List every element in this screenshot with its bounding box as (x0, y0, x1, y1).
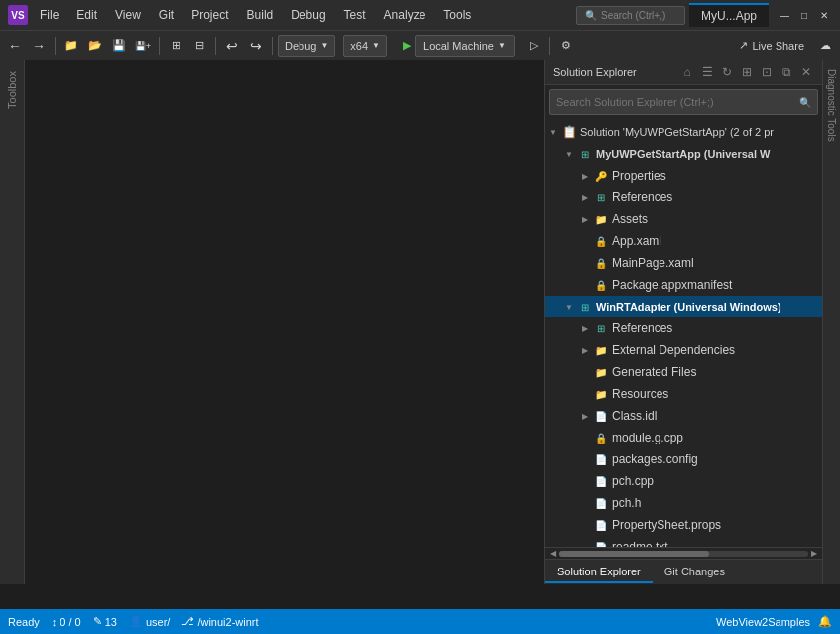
diagnostic-label[interactable]: Diagnostic Tools (824, 63, 839, 148)
menu-analyze[interactable]: Analyze (376, 4, 434, 26)
scroll-right-button[interactable]: ▶ (808, 548, 820, 560)
expand-icon: ▶ (577, 211, 593, 227)
forward-button[interactable]: → (28, 35, 50, 57)
tree-item[interactable]: ▶ ⊞ References (545, 187, 822, 208)
maximize-button[interactable]: □ (796, 7, 812, 23)
tree-item[interactable]: ▼ 📋 Solution 'MyUWPGetStartApp' (2 of 2 … (545, 121, 822, 143)
panel-newwindow-icon[interactable]: ⧉ (779, 64, 794, 80)
chevron-down-icon: ▼ (372, 41, 380, 50)
main-area: Toolbox Solution Explorer ⌂ ☰ ↻ ⊞ ⊡ ⧉ ✕ … (0, 60, 840, 584)
tree-item[interactable]: ▼ ⊞ MyUWPGetStartApp (Universal W (545, 143, 822, 165)
tree-label: WinRTAdapter (Universal Windows) (596, 301, 781, 313)
scroll-thumb[interactable] (559, 551, 709, 557)
tree-item[interactable]: ▶ 📁 Assets (545, 208, 822, 230)
tree-item[interactable]: ▶ 📄 packages.config (545, 448, 822, 470)
toolbar: ← → 📁 📂 💾 💾+ ⊞ ⊟ ↩ ↪ Debug ▼ x64 ▼ ▶ Loc… (0, 30, 840, 60)
editor-area[interactable] (25, 60, 544, 584)
tree-item[interactable]: 📁 Resources (545, 383, 822, 405)
scroll-left-button[interactable]: ◀ (547, 548, 559, 560)
layout-button[interactable]: ⊞ (165, 35, 186, 57)
panel-toolbar-icon[interactable]: ⊞ (739, 64, 755, 80)
h-scrollbar[interactable]: ◀ ▶ (545, 547, 822, 559)
panel-layout-icon[interactable]: ⊡ (759, 64, 775, 80)
panel-home-icon[interactable]: ⌂ (679, 64, 695, 80)
menu-project[interactable]: Project (183, 4, 236, 26)
open-button[interactable]: 📂 (84, 35, 106, 57)
menu-git[interactable]: Git (151, 4, 181, 26)
menu-view[interactable]: View (107, 4, 149, 26)
status-errors[interactable]: ✎ 13 (93, 615, 117, 628)
panel-close-icon[interactable]: ✕ (798, 64, 814, 80)
notification-bell[interactable]: 🔔 (818, 615, 832, 628)
toolbar-sep-3 (215, 37, 216, 55)
toolbox-label[interactable]: Toolbox (4, 67, 20, 113)
file-icon: 📄 (593, 517, 609, 533)
tree-item[interactable]: ▶ 📄 Class.idl (545, 405, 822, 427)
tree-item[interactable]: ▶ 📄 pch.h (545, 492, 822, 514)
file-icon: 📄 (593, 473, 609, 489)
menu-build[interactable]: Build (239, 4, 282, 26)
undo-button[interactable]: ↩ (221, 35, 243, 57)
tree-item[interactable]: ▶ 📁 External Dependencies (545, 339, 822, 361)
settings-button[interactable]: ⚙ (555, 35, 577, 57)
status-user[interactable]: 👤 user/ (129, 615, 170, 628)
run-config-button[interactable]: ▷ (523, 35, 544, 57)
status-ready: Ready (8, 616, 40, 628)
branch-icon: ⎇ (181, 615, 194, 628)
status-branch[interactable]: ⎇ /winui2-winrt (181, 615, 258, 628)
view-button[interactable]: ⊟ (188, 35, 210, 57)
tree-item[interactable]: ▶ 🔒 module.g.cpp (545, 427, 822, 448)
xaml-icon: 🔒 (593, 233, 609, 249)
tree-item[interactable]: ▼ ⊞ WinRTAdapter (Universal Windows) (545, 296, 822, 317)
new-project-button[interactable]: 📁 (60, 35, 82, 57)
scroll-track[interactable] (559, 551, 808, 557)
status-lines[interactable]: ↕ 0 / 0 (52, 616, 81, 628)
references-icon: ⊞ (593, 190, 609, 205)
tree-item[interactable]: 📁 Generated Files (545, 361, 822, 383)
minimize-button[interactable]: — (777, 7, 792, 23)
tree-label: Package.appxmanifest (612, 278, 732, 292)
panel-sync-icon[interactable]: ↻ (719, 64, 735, 80)
save-all-button[interactable]: 💾+ (132, 35, 154, 57)
left-sidebar: Toolbox (0, 60, 25, 584)
file-icon: 📄 (593, 408, 609, 424)
panel-filter-icon[interactable]: ☰ (699, 64, 715, 80)
live-share-button[interactable]: ↗ Live Share (733, 37, 810, 54)
expand-icon: ▶ (577, 320, 593, 336)
tab-git-changes[interactable]: Git Changes (653, 562, 737, 583)
tree-item[interactable]: ▶ 🔒 Package.appxmanifest (545, 274, 822, 296)
tree-label: References (612, 190, 672, 204)
tree-label: readme.txt (612, 540, 668, 547)
menu-tools[interactable]: Tools (435, 4, 479, 26)
tree-item[interactable]: ▶ 🔒 MainPage.xaml (545, 252, 822, 274)
global-search[interactable]: 🔍 Search (Ctrl+,) (576, 6, 685, 25)
title-bar: VS File Edit View Git Project Build Debu… (0, 0, 840, 30)
menu-debug[interactable]: Debug (283, 4, 333, 26)
tab-solution-explorer[interactable]: Solution Explorer (545, 562, 653, 583)
tree-item[interactable]: ▶ 📄 PropertySheet.props (545, 514, 822, 536)
solution-search-input[interactable] (556, 96, 795, 108)
menu-edit[interactable]: Edit (68, 4, 105, 26)
debug-config-dropdown[interactable]: Debug ▼ (278, 35, 335, 57)
folder-icon: 📋 (561, 124, 577, 140)
window-controls: — □ ✕ (777, 7, 832, 23)
arch-dropdown[interactable]: x64 ▼ (343, 35, 387, 57)
menu-file[interactable]: File (32, 4, 66, 26)
local-machine-dropdown[interactable]: Local Machine ▼ (415, 35, 515, 57)
expand-icon: ▼ (545, 124, 561, 140)
tree-item[interactable]: ▶ 🔒 App.xaml (545, 230, 822, 252)
menu-test[interactable]: Test (336, 4, 374, 26)
back-button[interactable]: ← (4, 35, 26, 57)
tree-item[interactable]: ▶ 🔑 Properties (545, 165, 822, 187)
xaml-icon: 🔒 (593, 255, 609, 271)
tree-item[interactable]: ▶ 📄 pch.cpp (545, 470, 822, 492)
run-button[interactable]: ▶ Local Machine ▼ (397, 33, 521, 59)
project-icon: ⊞ (577, 146, 593, 162)
save-button[interactable]: 💾 (108, 35, 130, 57)
tree-item[interactable]: ▶ ⊞ References (545, 317, 822, 339)
tree-item[interactable]: ▶ 📄 readme.txt (545, 536, 822, 547)
feedback-button[interactable]: ☁ (814, 35, 836, 57)
redo-button[interactable]: ↪ (245, 35, 267, 57)
solution-search[interactable]: 🔍 (549, 89, 818, 115)
close-button[interactable]: ✕ (816, 7, 832, 23)
